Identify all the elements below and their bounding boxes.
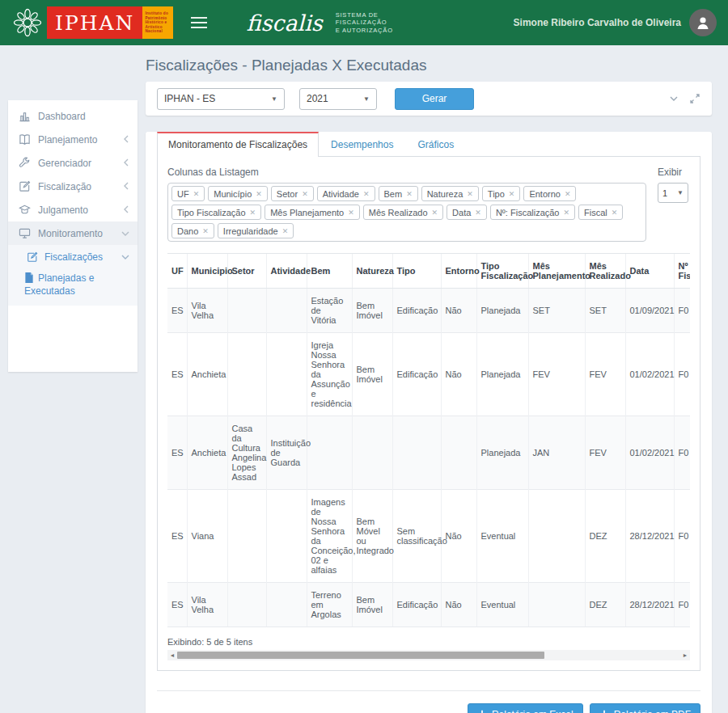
remove-tag-icon[interactable]: ✕	[565, 190, 571, 198]
table-cell: Anchieta	[187, 333, 227, 416]
table-cell: Vila Velha	[187, 583, 227, 627]
remove-tag-icon[interactable]: ✕	[406, 190, 413, 198]
sidebar-toggle-icon[interactable]	[191, 14, 207, 32]
table-cell	[528, 583, 585, 627]
remove-tag-icon[interactable]: ✕	[467, 190, 473, 198]
column-tag-label: Mês Planejamento	[270, 208, 344, 217]
columns-listing-label: Colunas da Listagem	[167, 167, 646, 178]
remove-tag-icon[interactable]: ✕	[612, 209, 618, 217]
table-cell	[392, 416, 441, 490]
remove-tag-icon[interactable]: ✕	[202, 227, 209, 235]
column-tag-label: Natureza	[427, 189, 463, 199]
generate-button[interactable]: Gerar	[395, 88, 474, 110]
table-cell: Não	[441, 490, 476, 583]
table-cell: Edificação	[392, 583, 441, 627]
sidebar-item-label: Gerenciador	[38, 158, 116, 169]
column-tag[interactable]: Mês Realizado✕	[363, 205, 443, 220]
column-tag[interactable]: Atividade✕	[317, 186, 375, 201]
column-tag[interactable]: Natureza✕	[421, 186, 479, 201]
org-select[interactable]: IPHAN - ES ▼	[157, 88, 285, 110]
column-tags-box[interactable]: UF✕Município✕Setor✕Atividade✕Bem✕Naturez…	[167, 183, 646, 242]
table-row: ESAnchietaIgreja Nossa Senhora da Assunç…	[167, 333, 690, 416]
tab-desempenhos[interactable]: Desempenhos	[319, 132, 405, 157]
sidebar-item-planejamento[interactable]: Planejamento	[8, 128, 138, 151]
remove-tag-icon[interactable]: ✕	[564, 209, 570, 217]
remove-tag-icon[interactable]: ✕	[302, 190, 308, 198]
scrollbar-track[interactable]	[177, 651, 680, 660]
table-cell: F0	[674, 333, 690, 416]
column-header: Mês Planejamento	[528, 254, 585, 289]
table-cell: Edificação	[392, 289, 441, 333]
table-cell: FEV	[528, 333, 585, 416]
collapse-icon[interactable]	[668, 93, 679, 104]
scroll-right-arrow-icon[interactable]: ►	[680, 650, 690, 660]
remove-tag-icon[interactable]: ✕	[193, 190, 200, 198]
fiscalis-brand-subtitle: SISTEMA DE FISCALIZAÇÃO E AUTORIZAÇÃO	[336, 11, 393, 35]
book-icon	[19, 133, 31, 146]
column-tag[interactable]: Bem✕	[379, 186, 418, 201]
column-tag[interactable]: Irregularidade✕	[218, 223, 294, 238]
sidebar-item-planejadas-e-executadas[interactable]: Planejadas e Executadas	[8, 268, 129, 302]
download-icon	[599, 710, 609, 713]
sidebar-item-julgamento[interactable]: Julgamento	[8, 198, 138, 221]
table-cell: Terreno em Argolas	[307, 583, 352, 627]
sidebar-item-fiscalizacoes[interactable]: Fiscalizações	[8, 245, 138, 268]
tab-monitoramento-de-fiscalizacoes[interactable]: Monitoramento de Fiscalizações	[157, 132, 319, 157]
report-excel-button[interactable]: Relatório em Excel	[468, 703, 583, 713]
table-cell	[266, 333, 307, 416]
column-tag[interactable]: Tipo Fiscalização✕	[171, 205, 261, 220]
divider	[157, 690, 700, 691]
sidebar-item-dashboard[interactable]: Dashboard	[8, 104, 138, 128]
table-cell: 28/12/2021	[625, 490, 674, 583]
table-cell	[307, 416, 352, 490]
table-cell: FEV	[585, 416, 625, 490]
sidebar-item-fiscalizacao[interactable]: Fiscalização	[8, 175, 138, 198]
column-tag[interactable]: Tipo✕	[482, 186, 521, 201]
remove-tag-icon[interactable]: ✕	[432, 209, 438, 217]
horizontal-scrollbar[interactable]: ◄ ►	[167, 650, 690, 660]
sidebar-item-monitoramento[interactable]: Monitoramento	[8, 221, 138, 245]
exibir-select[interactable]: 1 ▼	[658, 183, 688, 203]
table-cell	[441, 416, 476, 490]
remove-tag-icon[interactable]: ✕	[509, 190, 515, 198]
table-cell: FEV	[585, 333, 625, 416]
column-tag[interactable]: Município✕	[208, 186, 268, 201]
column-tag[interactable]: Nº: Fiscalização✕	[490, 205, 575, 220]
column-tag-label: Município	[214, 189, 252, 199]
column-tag[interactable]: Fiscal✕	[578, 205, 623, 220]
column-tag[interactable]: UF✕	[171, 186, 205, 201]
scroll-left-arrow-icon[interactable]: ◄	[167, 650, 177, 660]
report-pdf-button[interactable]: Relatório em PDF	[590, 703, 700, 713]
column-tag[interactable]: Dano✕	[171, 223, 214, 238]
column-tag[interactable]: Mês Planejamento✕	[265, 205, 360, 220]
sidebar-item-label: Julgamento	[38, 205, 116, 216]
table-cell: SET	[528, 289, 585, 333]
table-cell: Bem Imóvel	[352, 583, 392, 627]
table-cell: Planejada	[476, 333, 528, 416]
remove-tag-icon[interactable]: ✕	[282, 227, 289, 235]
remove-tag-icon[interactable]: ✕	[348, 209, 354, 217]
column-tag-label: UF	[177, 189, 189, 199]
remove-tag-icon[interactable]: ✕	[256, 190, 262, 198]
exibir-label: Exibir	[658, 167, 690, 178]
column-tag[interactable]: Data✕	[447, 205, 487, 220]
year-select[interactable]: 2021 ▼	[299, 88, 377, 110]
table-cell: Sem classificação	[392, 490, 441, 583]
user-avatar[interactable]	[689, 9, 717, 36]
column-tag[interactable]: Setor✕	[271, 186, 314, 201]
tab-graficos[interactable]: Gráficos	[405, 132, 466, 157]
column-tag[interactable]: Entorno✕	[523, 186, 576, 201]
scrollbar-thumb[interactable]	[177, 652, 544, 659]
remove-tag-icon[interactable]: ✕	[475, 209, 481, 217]
column-tag-label: Atividade	[323, 189, 359, 199]
remove-tag-icon[interactable]: ✕	[250, 209, 256, 217]
column-tag-label: Entorno	[529, 189, 561, 199]
table-cell	[266, 490, 307, 583]
sidebar-item-gerenciador[interactable]: Gerenciador	[8, 151, 138, 175]
column-header: Natureza	[352, 254, 392, 289]
expand-icon[interactable]	[689, 93, 700, 104]
table-row: ESAnchietaCasa da Cultura Angelina Lopes…	[167, 416, 690, 490]
remove-tag-icon[interactable]: ✕	[363, 190, 370, 198]
table-cell: Não	[441, 583, 476, 627]
exibir-select-value: 1	[662, 188, 667, 198]
